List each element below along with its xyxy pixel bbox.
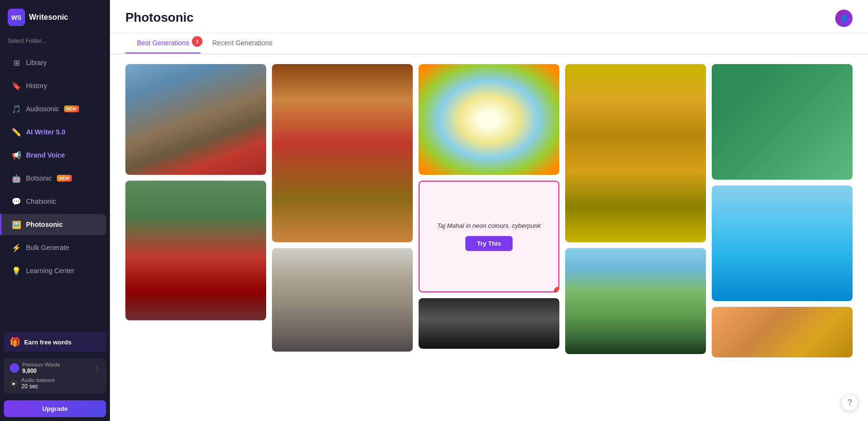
grid-col-5	[712, 64, 853, 357]
premium-menu-icon[interactable]: ⋮	[94, 364, 100, 372]
page-title: Photosonic	[125, 10, 194, 33]
tabs-container: Best Generations 1 Recent Generations	[110, 33, 868, 54]
premium-title: Premium Words	[22, 362, 60, 368]
sidebar-label-botsonic: Botsonic	[26, 174, 52, 182]
image-eiffel[interactable]	[125, 64, 266, 175]
sidebar-item-audiosonic[interactable]: 🎵 Audiosonic new	[4, 98, 106, 119]
sidebar-label-audiosonic: Audiosonic	[26, 105, 59, 113]
image-building[interactable]	[712, 307, 853, 357]
sidebar-label-library: Library	[26, 59, 47, 66]
brand-voice-icon: 📢	[12, 150, 21, 160]
sidebar-item-library[interactable]: ⊞ Library	[4, 52, 106, 73]
logo-icon: WS	[8, 9, 25, 26]
bulk-generate-icon: ⚡	[12, 243, 21, 252]
image-scream[interactable]	[565, 64, 706, 242]
earn-free-words-btn[interactable]: 🎁 Earn free words	[4, 332, 106, 352]
grid-col-1	[125, 64, 266, 320]
audiosonic-new-badge: new	[64, 105, 79, 112]
audio-play-icon[interactable]: ▶	[10, 379, 18, 388]
sidebar-label-chatsonic: Chatsonic	[26, 197, 56, 205]
audio-info: Audio balance 20 sec	[21, 377, 55, 390]
select-folder[interactable]: Select Folder...	[0, 35, 110, 51]
image-robot[interactable]	[712, 185, 853, 301]
image-masked[interactable]	[419, 298, 559, 349]
history-icon: 🔖	[12, 81, 21, 91]
premium-section: Premium Words 9,800 ⋮ ▶ Audio balance 20…	[4, 358, 106, 394]
image-fantasy-landscape[interactable]	[565, 248, 706, 354]
chatsonic-icon: 💬	[12, 197, 21, 206]
sidebar-item-ai-writer[interactable]: ✏️ AI Writer 5.0	[4, 121, 106, 143]
sidebar-bottom: 🎁 Earn free words Premium Words 9,800 ⋮ …	[0, 328, 110, 421]
grid-col-2	[272, 64, 413, 352]
prompt-card: Taj Mahal in neon colours, cyberpunk Try…	[419, 181, 559, 292]
sidebar: WS Writesonic Select Folder... ⊞ Library…	[0, 0, 110, 421]
help-button[interactable]: ?	[841, 394, 858, 411]
sidebar-item-brand-voice[interactable]: 📢 Brand Voice	[4, 145, 106, 166]
sidebar-label-bulk-generate: Bulk Generate	[26, 244, 69, 251]
sidebar-label-history: History	[26, 82, 47, 90]
premium-avatar	[10, 363, 19, 373]
sidebar-item-photosonic[interactable]: 🖼️ Photosonic	[0, 214, 106, 235]
photosonic-icon: 🖼️	[12, 220, 21, 229]
image-woman-indian[interactable]	[125, 181, 266, 320]
sidebar-item-learning-center[interactable]: 💡 Learning Center	[4, 260, 106, 281]
grid-col-3: Taj Mahal in neon colours, cyberpunk Try…	[419, 64, 559, 349]
earn-free-words-label: Earn free words	[24, 339, 71, 346]
learning-center-icon: 💡	[12, 266, 21, 276]
app-name: Writesonic	[29, 13, 68, 22]
user-avatar[interactable]: 👤	[835, 10, 853, 27]
image-cat-samurai[interactable]	[712, 64, 853, 180]
upgrade-button[interactable]: Upgrade	[4, 400, 106, 417]
audio-row: ▶ Audio balance 20 sec	[10, 377, 100, 390]
ai-writer-icon: ✏️	[12, 127, 21, 137]
botsonic-icon: 🤖	[12, 173, 21, 183]
audio-value: 20 sec	[21, 383, 55, 390]
premium-info: Premium Words 9,800	[22, 362, 60, 374]
botsonic-new-badge: new	[57, 175, 72, 182]
sidebar-label-photosonic: Photosonic	[26, 221, 63, 228]
sidebar-label-brand-voice: Brand Voice	[26, 151, 65, 159]
image-grid: Taj Mahal in neon colours, cyberpunk Try…	[125, 64, 853, 357]
sidebar-item-chatsonic[interactable]: 💬 Chatsonic	[4, 191, 106, 212]
library-icon: ⊞	[12, 58, 21, 67]
tab-best-generations[interactable]: Best Generations	[125, 33, 201, 53]
tab-best-generations-wrapper: Best Generations 1	[125, 33, 201, 53]
try-this-button[interactable]: Try This	[465, 236, 513, 251]
prompt-card-text: Taj Mahal in neon colours, cyberpunk	[437, 222, 541, 229]
image-bw-man[interactable]	[272, 248, 413, 352]
tab-best-badge: 1	[192, 36, 203, 47]
premium-value: 9,800	[22, 368, 60, 374]
grid-col-4	[565, 64, 706, 354]
audio-title: Audio balance	[21, 377, 55, 383]
logo-area[interactable]: WS Writesonic	[0, 0, 110, 35]
sidebar-label-learning-center: Learning Center	[26, 267, 74, 275]
image-cyclist[interactable]	[419, 64, 559, 175]
image-grid-container: Taj Mahal in neon colours, cyberpunk Try…	[110, 54, 868, 421]
premium-label: Premium Words 9,800	[10, 362, 60, 374]
prompt-card-wrapper: Taj Mahal in neon colours, cyberpunk Try…	[419, 181, 559, 292]
sidebar-item-bulk-generate[interactable]: ⚡ Bulk Generate	[4, 237, 106, 258]
gift-icon: 🎁	[10, 337, 20, 347]
main-header: Photosonic 👤	[110, 0, 868, 33]
tab-recent-generations[interactable]: Recent Generations	[201, 33, 284, 53]
sidebar-label-ai-writer: AI Writer 5.0	[26, 128, 65, 136]
sidebar-item-botsonic[interactable]: 🤖 Botsonic new	[4, 168, 106, 189]
main-content: Photosonic 👤 Best Generations 1 Recent G…	[110, 0, 868, 421]
audiosonic-icon: 🎵	[12, 104, 21, 114]
image-jesus[interactable]	[272, 64, 413, 242]
sidebar-item-history[interactable]: 🔖 History	[4, 75, 106, 96]
premium-words-row: Premium Words 9,800 ⋮	[10, 362, 100, 374]
